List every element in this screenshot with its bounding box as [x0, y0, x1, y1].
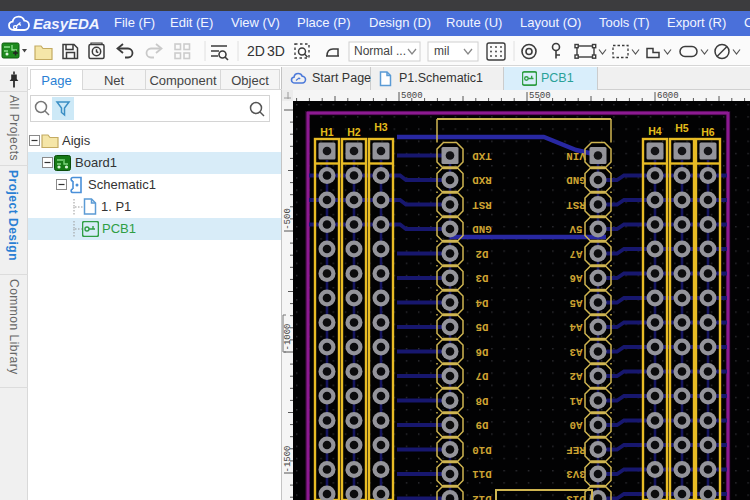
svg-text:2D: 2D: [247, 43, 265, 59]
svg-text:A2: A2: [570, 370, 583, 382]
svg-text:A1: A1: [569, 395, 582, 407]
svg-text:3V3: 3V3: [566, 468, 585, 480]
svg-text:TXD: TXD: [472, 150, 492, 162]
svg-text:H6: H6: [701, 126, 715, 138]
svg-text:5000: 5000: [401, 91, 423, 101]
svg-text:A6: A6: [570, 272, 583, 284]
svg-text:A3: A3: [570, 346, 583, 358]
svg-text:A7: A7: [570, 248, 583, 260]
svg-text:6000: 6000: [657, 91, 679, 101]
svg-text:D10: D10: [472, 444, 491, 456]
svg-text:-1500: -1500: [283, 445, 293, 472]
svg-text:D8: D8: [476, 395, 489, 407]
svg-text:5500: 5500: [529, 91, 551, 101]
svg-text:H4: H4: [648, 125, 662, 137]
svg-text:A0: A0: [570, 419, 583, 431]
svg-text:5V: 5V: [569, 223, 582, 235]
svg-text:VIN: VIN: [566, 150, 585, 162]
svg-text:D3: D3: [476, 272, 489, 284]
svg-text:H2: H2: [347, 126, 361, 138]
svg-text:D7: D7: [476, 370, 489, 382]
svg-text:H3: H3: [374, 121, 388, 133]
svg-text:D13: D13: [566, 493, 585, 500]
svg-text:Normal ...: Normal ...: [354, 44, 406, 58]
svg-text:RST: RST: [566, 199, 586, 211]
svg-text:D5: D5: [476, 321, 489, 333]
svg-text:D6: D6: [476, 346, 489, 358]
svg-text:D12: D12: [472, 493, 491, 500]
svg-text:GND: GND: [566, 174, 586, 186]
svg-text:H5: H5: [675, 122, 689, 134]
svg-text:-1000: -1000: [283, 323, 293, 350]
svg-text:RXD: RXD: [472, 174, 492, 186]
svg-text:RST: RST: [472, 199, 492, 211]
svg-text:D11: D11: [472, 468, 492, 480]
svg-text:A4: A4: [569, 321, 582, 333]
svg-text:REF: REF: [566, 444, 585, 456]
svg-text:D9: D9: [476, 419, 489, 431]
svg-text:D2: D2: [476, 248, 489, 260]
svg-text:H1: H1: [320, 126, 334, 138]
svg-text:-500: -500: [283, 208, 293, 230]
svg-text:A5: A5: [570, 297, 583, 309]
svg-text:GND: GND: [472, 223, 492, 235]
svg-text:mil: mil: [434, 44, 449, 58]
svg-text:D4: D4: [475, 297, 488, 309]
svg-text:3D: 3D: [267, 43, 285, 59]
